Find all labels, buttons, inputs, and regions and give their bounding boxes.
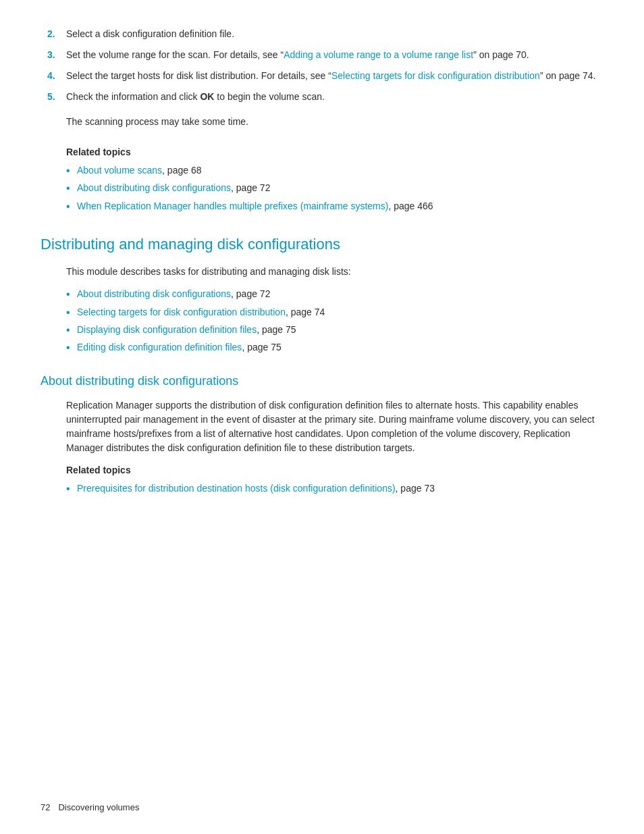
section1-item-3: Displaying disk configuration definition… — [77, 323, 296, 337]
bullet-icon: • — [66, 481, 77, 496]
section1-link-3[interactable]: Displaying disk configuration definition… — [77, 324, 257, 335]
step-3-link[interactable]: Adding a volume range to a volume range … — [284, 49, 473, 60]
related-1-suffix-3: , page 466 — [388, 201, 433, 211]
step-3-text: Set the volume range for the scan. For d… — [66, 48, 529, 62]
step-3: 3. Set the volume range for the scan. Fo… — [41, 48, 603, 62]
step-2-text: Select a disk configuration definition f… — [66, 27, 234, 41]
section1-list: • About distributing disk configurations… — [41, 287, 603, 356]
bullet-icon: • — [66, 305, 77, 320]
related-1-link-2[interactable]: About distributing disk configurations — [77, 182, 231, 193]
related-2-suffix-1: , page 73 — [396, 483, 435, 494]
section1-item-2: Selecting targets for disk configuration… — [77, 305, 325, 319]
step-2: 2. Select a disk configuration definitio… — [41, 27, 603, 41]
step-5-number: 5. — [47, 90, 66, 104]
section1-suffix-1: , page 72 — [231, 288, 270, 299]
related-topics-2-label: Related topics — [66, 463, 603, 477]
step-5-ok: OK — [200, 91, 214, 102]
section1-item-4: Editing disk configuration definition fi… — [77, 340, 281, 355]
bullet-icon: • — [66, 340, 77, 355]
related-topics-1-list: • About volume scans, page 68 • About di… — [66, 163, 603, 214]
list-item: • About distributing disk configurations… — [66, 181, 603, 196]
related-1-suffix-1: , page 68 — [162, 165, 201, 176]
section1-suffix-4: , page 75 — [242, 342, 281, 353]
section1-link-2[interactable]: Selecting targets for disk configuration… — [77, 307, 286, 317]
step-4: 4. Select the target hosts for disk list… — [41, 69, 603, 83]
list-item: • Prerequisites for distribution destina… — [66, 481, 603, 496]
related-1-link-1[interactable]: About volume scans — [77, 165, 162, 176]
related-topics-1-block: Related topics • About volume scans, pag… — [41, 145, 603, 214]
page-content: 2. Select a disk configuration definitio… — [0, 0, 644, 834]
bullet-icon: • — [66, 323, 77, 338]
list-item: • Displaying disk configuration definiti… — [66, 323, 603, 338]
step-5-text: Check the information and click OK to be… — [66, 90, 325, 104]
related-1-item-3: When Replication Manager handles multipl… — [77, 199, 433, 213]
related-1-link-3[interactable]: When Replication Manager handles multipl… — [77, 201, 388, 211]
footer-section-title: Discovering volumes — [58, 801, 139, 814]
step-4-link[interactable]: Selecting targets for disk configuration… — [331, 70, 540, 81]
page-footer: 72 Discovering volumes — [41, 801, 139, 814]
section1-suffix-2: , page 74 — [286, 307, 325, 317]
section1-title: Distributing and managing disk configura… — [41, 233, 603, 255]
list-item: • Selecting targets for disk configurati… — [66, 305, 603, 320]
related-1-suffix-2: , page 72 — [231, 182, 270, 193]
list-item: • About distributing disk configurations… — [66, 287, 603, 302]
step-4-number: 4. — [47, 69, 66, 83]
related-topics-1-label: Related topics — [66, 145, 603, 159]
step-5: 5. Check the information and click OK to… — [41, 90, 603, 104]
section1-intro: This module describes tasks for distribu… — [41, 265, 603, 279]
bullet-icon: • — [66, 287, 77, 302]
list-item: • About volume scans, page 68 — [66, 163, 603, 178]
step-5-subtext: The scanning process may take some time. — [41, 115, 603, 129]
section1-link-4[interactable]: Editing disk configuration definition fi… — [77, 342, 242, 353]
bullet-icon: • — [66, 163, 77, 178]
footer-page-number: 72 — [41, 801, 50, 814]
step-2-number: 2. — [47, 27, 66, 41]
list-item: • When Replication Manager handles multi… — [66, 199, 603, 214]
related-1-item-1: About volume scans, page 68 — [77, 163, 201, 178]
related-topics-2-list: • Prerequisites for distribution destina… — [66, 481, 603, 496]
related-2-link-1[interactable]: Prerequisites for distribution destinati… — [77, 483, 396, 494]
section2-body: Replication Manager supports the distrib… — [41, 398, 603, 455]
section1-link-1[interactable]: About distributing disk configurations — [77, 288, 231, 299]
list-item: • Editing disk configuration definition … — [66, 340, 603, 355]
related-2-item-1: Prerequisites for distribution destinati… — [77, 481, 435, 496]
step-3-number: 3. — [47, 48, 66, 62]
related-topics-2-block: Related topics • Prerequisites for distr… — [41, 463, 603, 496]
bullet-icon: • — [66, 181, 77, 196]
step-4-text: Select the target hosts for disk list di… — [66, 69, 595, 83]
bullet-icon: • — [66, 199, 77, 214]
section1-suffix-3: , page 75 — [257, 324, 296, 335]
section1-item-1: About distributing disk configurations, … — [77, 287, 270, 301]
section2-title: About distributing disk configurations — [41, 372, 603, 390]
step-list: 2. Select a disk configuration definitio… — [41, 27, 603, 104]
related-1-item-2: About distributing disk configurations, … — [77, 181, 270, 195]
